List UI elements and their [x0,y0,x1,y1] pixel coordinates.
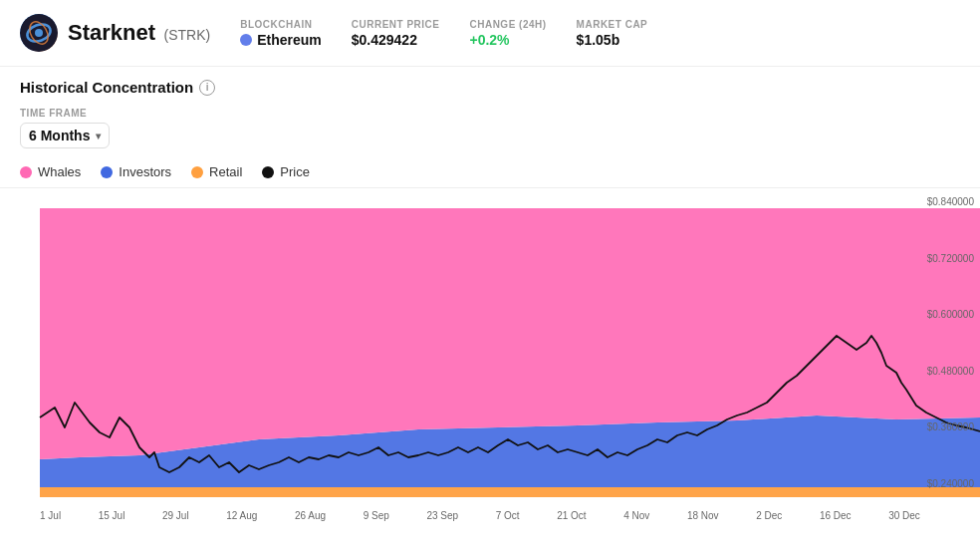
x-label: 16 Dec [820,510,852,521]
retail-area [40,487,980,497]
section-header: Historical Concentration i [0,67,980,100]
chart-legend: WhalesInvestorsRetailPrice [0,156,980,188]
marketcap-value: $1.05b [577,32,648,48]
x-label: 30 Dec [888,510,920,521]
token-name: Starknet [68,20,155,45]
page-header: Starknet (STRK) BLOCKCHAIN Ethereum CURR… [0,0,980,67]
legend-color-investors [101,166,113,178]
legend-label-investors: Investors [119,164,171,179]
legend-color-whales [20,166,32,178]
section-title-text: Historical Concentration [20,79,193,96]
logo-area: Starknet (STRK) [20,14,210,52]
price-label: CURRENT PRICE [352,19,440,30]
x-label: 2 Dec [756,510,782,521]
blockchain-label: BLOCKCHAIN [240,19,322,30]
change-value: +0.2% [469,32,546,48]
x-label: 26 Aug [295,510,326,521]
current-price: $0.429422 [352,32,440,48]
timeframe-value: 6 Months [29,128,90,143]
chart-svg [0,188,980,527]
x-label: 23 Sep [426,510,458,521]
timeframe-label: TIME FRAME [20,108,960,119]
marketcap-meta: MARKET CAP $1.05b [577,19,648,48]
legend-color-retail [191,166,203,178]
x-label: 21 Oct [557,510,586,521]
legend-item-price: Price [262,164,310,179]
legend-item-whales: Whales [20,164,81,179]
price-meta: CURRENT PRICE $0.429422 [352,19,440,48]
legend-item-investors: Investors [101,164,171,179]
x-label: 18 Nov [687,510,719,521]
meta-items: BLOCKCHAIN Ethereum CURRENT PRICE $0.429… [240,19,647,48]
x-label: 7 Oct [496,510,520,521]
timeframe-dropdown[interactable]: 6 Months ▾ [20,123,110,148]
token-ticker: (STRK) [164,27,211,43]
svg-point-3 [35,29,43,37]
starknet-logo [20,14,58,52]
x-axis-labels: 1 Jul15 Jul29 Jul12 Aug26 Aug9 Sep23 Sep… [40,510,920,521]
controls-area: TIME FRAME 6 Months ▾ [0,100,980,156]
eth-icon [240,34,252,46]
legend-label-price: Price [280,164,310,179]
chevron-down-icon: ▾ [96,131,101,141]
info-icon[interactable]: i [199,80,215,96]
legend-color-price [262,166,274,178]
marketcap-label: MARKET CAP [577,19,648,30]
x-label: 9 Sep [364,510,389,521]
chart-area: $0.840000$0.720000$0.600000$0.480000$0.3… [0,188,980,527]
blockchain-value: Ethereum [240,32,322,48]
x-label: 15 Jul [99,510,125,521]
blockchain-meta: BLOCKCHAIN Ethereum [240,19,322,48]
legend-label-whales: Whales [38,164,81,179]
token-title: Starknet (STRK) [68,20,210,46]
legend-label-retail: Retail [209,164,242,179]
legend-item-retail: Retail [191,164,242,179]
change-label: CHANGE (24H) [469,19,546,30]
x-label: 1 Jul [40,510,61,521]
x-label: 4 Nov [623,510,649,521]
x-label: 29 Jul [162,510,189,521]
section-title-row: Historical Concentration i [20,79,960,96]
x-label: 12 Aug [226,510,257,521]
change-meta: CHANGE (24H) +0.2% [469,19,546,48]
